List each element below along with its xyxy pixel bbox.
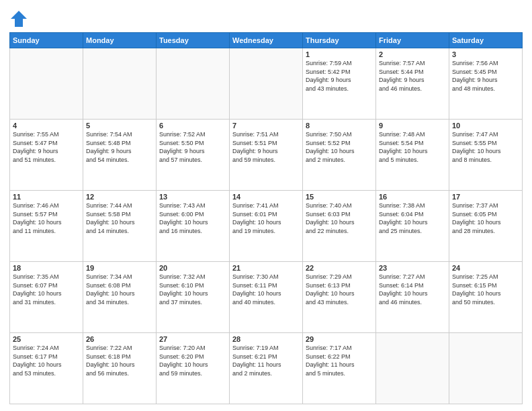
calendar-cell: 21Sunrise: 7:30 AM Sunset: 6:11 PM Dayli…	[230, 262, 303, 333]
day-number: 23	[379, 264, 446, 272]
calendar-week-row: 18Sunrise: 7:35 AM Sunset: 6:07 PM Dayli…	[10, 262, 523, 333]
day-number: 27	[159, 335, 226, 343]
calendar-cell: 27Sunrise: 7:20 AM Sunset: 6:20 PM Dayli…	[157, 333, 230, 404]
header-day: Saturday	[449, 33, 523, 48]
day-number: 19	[86, 264, 153, 272]
day-number: 16	[379, 193, 446, 201]
calendar-cell: 10Sunrise: 7:47 AM Sunset: 5:55 PM Dayli…	[449, 120, 523, 191]
day-info: Sunrise: 7:25 AM Sunset: 6:15 PM Dayligh…	[452, 273, 519, 306]
calendar-cell: 4Sunrise: 7:55 AM Sunset: 5:47 PM Daylig…	[10, 120, 83, 191]
day-number: 9	[379, 122, 446, 130]
day-info: Sunrise: 7:41 AM Sunset: 6:01 PM Dayligh…	[232, 201, 300, 235]
calendar-cell: 20Sunrise: 7:32 AM Sunset: 6:10 PM Dayli…	[157, 262, 230, 333]
calendar-cell: 24Sunrise: 7:25 AM Sunset: 6:15 PM Dayli…	[449, 262, 523, 333]
day-number: 2	[379, 50, 446, 58]
calendar-cell	[449, 333, 523, 404]
calendar-cell: 18Sunrise: 7:35 AM Sunset: 6:07 PM Dayli…	[10, 262, 83, 333]
day-number: 12	[86, 193, 153, 201]
calendar-cell: 26Sunrise: 7:22 AM Sunset: 6:18 PM Dayli…	[83, 333, 157, 404]
header-day: Thursday	[303, 33, 376, 48]
day-number: 29	[306, 335, 373, 343]
calendar-cell: 12Sunrise: 7:44 AM Sunset: 5:58 PM Dayli…	[83, 191, 157, 262]
calendar-cell: 9Sunrise: 7:48 AM Sunset: 5:54 PM Daylig…	[376, 120, 449, 191]
calendar-week-row: 1Sunrise: 7:59 AM Sunset: 5:42 PM Daylig…	[10, 48, 523, 120]
day-number: 17	[452, 193, 519, 201]
day-info: Sunrise: 7:54 AM Sunset: 5:48 PM Dayligh…	[86, 130, 153, 164]
day-info: Sunrise: 7:52 AM Sunset: 5:50 PM Dayligh…	[159, 130, 226, 164]
day-number: 6	[159, 122, 226, 130]
calendar-cell: 5Sunrise: 7:54 AM Sunset: 5:48 PM Daylig…	[83, 120, 157, 191]
calendar-cell: 15Sunrise: 7:40 AM Sunset: 6:03 PM Dayli…	[303, 191, 376, 262]
calendar-cell: 6Sunrise: 7:52 AM Sunset: 5:50 PM Daylig…	[157, 120, 230, 191]
calendar-cell	[376, 333, 449, 404]
calendar-cell: 2Sunrise: 7:57 AM Sunset: 5:44 PM Daylig…	[376, 48, 449, 120]
calendar-cell: 28Sunrise: 7:19 AM Sunset: 6:21 PM Dayli…	[230, 333, 303, 404]
day-info: Sunrise: 7:46 AM Sunset: 5:57 PM Dayligh…	[13, 201, 80, 235]
calendar-cell: 17Sunrise: 7:37 AM Sunset: 6:05 PM Dayli…	[449, 191, 523, 262]
day-number: 25	[13, 335, 80, 343]
calendar-cell: 23Sunrise: 7:27 AM Sunset: 6:14 PM Dayli…	[376, 262, 449, 333]
svg-marker-0	[11, 11, 27, 27]
calendar-table: SundayMondayTuesdayWednesdayThursdayFrid…	[9, 32, 523, 404]
header-day: Wednesday	[230, 33, 303, 48]
day-info: Sunrise: 7:17 AM Sunset: 6:22 PM Dayligh…	[306, 344, 373, 377]
day-info: Sunrise: 7:48 AM Sunset: 5:54 PM Dayligh…	[379, 130, 446, 164]
calendar-cell	[10, 48, 83, 120]
day-info: Sunrise: 7:43 AM Sunset: 6:00 PM Dayligh…	[159, 201, 226, 235]
header-day: Sunday	[10, 33, 83, 48]
calendar-cell: 25Sunrise: 7:24 AM Sunset: 6:17 PM Dayli…	[10, 333, 83, 404]
logo	[9, 9, 30, 28]
day-info: Sunrise: 7:32 AM Sunset: 6:10 PM Dayligh…	[159, 273, 226, 306]
day-info: Sunrise: 7:22 AM Sunset: 6:18 PM Dayligh…	[86, 344, 153, 377]
day-number: 5	[86, 122, 153, 130]
day-info: Sunrise: 7:47 AM Sunset: 5:55 PM Dayligh…	[452, 130, 519, 164]
calendar-body: 1Sunrise: 7:59 AM Sunset: 5:42 PM Daylig…	[10, 48, 523, 404]
day-info: Sunrise: 7:19 AM Sunset: 6:21 PM Dayligh…	[232, 344, 300, 377]
day-info: Sunrise: 7:55 AM Sunset: 5:47 PM Dayligh…	[13, 130, 80, 164]
header-day: Tuesday	[157, 33, 230, 48]
calendar-cell: 13Sunrise: 7:43 AM Sunset: 6:00 PM Dayli…	[157, 191, 230, 262]
calendar-week-row: 25Sunrise: 7:24 AM Sunset: 6:17 PM Dayli…	[10, 333, 523, 404]
header-day: Friday	[376, 33, 449, 48]
calendar-cell: 19Sunrise: 7:34 AM Sunset: 6:08 PM Dayli…	[83, 262, 157, 333]
day-info: Sunrise: 7:40 AM Sunset: 6:03 PM Dayligh…	[306, 201, 373, 235]
day-info: Sunrise: 7:27 AM Sunset: 6:14 PM Dayligh…	[379, 273, 446, 306]
calendar-cell: 22Sunrise: 7:29 AM Sunset: 6:13 PM Dayli…	[303, 262, 376, 333]
calendar-week-row: 4Sunrise: 7:55 AM Sunset: 5:47 PM Daylig…	[10, 120, 523, 191]
day-number: 3	[452, 50, 519, 58]
calendar-cell	[83, 48, 157, 120]
day-info: Sunrise: 7:35 AM Sunset: 6:07 PM Dayligh…	[13, 273, 80, 306]
day-number: 7	[232, 122, 300, 130]
logo-icon	[9, 9, 28, 28]
calendar-cell: 29Sunrise: 7:17 AM Sunset: 6:22 PM Dayli…	[303, 333, 376, 404]
day-number: 1	[306, 50, 373, 58]
calendar-cell: 8Sunrise: 7:50 AM Sunset: 5:52 PM Daylig…	[303, 120, 376, 191]
day-info: Sunrise: 7:59 AM Sunset: 5:42 PM Dayligh…	[306, 59, 373, 93]
day-info: Sunrise: 7:57 AM Sunset: 5:44 PM Dayligh…	[379, 59, 446, 93]
calendar-cell	[230, 48, 303, 120]
day-info: Sunrise: 7:30 AM Sunset: 6:11 PM Dayligh…	[232, 273, 300, 306]
calendar-cell: 16Sunrise: 7:38 AM Sunset: 6:04 PM Dayli…	[376, 191, 449, 262]
header-row: SundayMondayTuesdayWednesdayThursdayFrid…	[10, 33, 523, 48]
day-number: 14	[232, 193, 300, 201]
day-number: 11	[13, 193, 80, 201]
day-info: Sunrise: 7:38 AM Sunset: 6:04 PM Dayligh…	[379, 201, 446, 235]
header	[9, 7, 523, 28]
calendar-cell: 1Sunrise: 7:59 AM Sunset: 5:42 PM Daylig…	[303, 48, 376, 120]
day-number: 13	[159, 193, 226, 201]
day-info: Sunrise: 7:37 AM Sunset: 6:05 PM Dayligh…	[452, 201, 519, 235]
calendar-cell: 7Sunrise: 7:51 AM Sunset: 5:51 PM Daylig…	[230, 120, 303, 191]
page: SundayMondayTuesdayWednesdayThursdayFrid…	[0, 0, 532, 411]
header-day: Monday	[83, 33, 157, 48]
calendar-cell: 3Sunrise: 7:56 AM Sunset: 5:45 PM Daylig…	[449, 48, 523, 120]
day-number: 24	[452, 264, 519, 272]
calendar-header: SundayMondayTuesdayWednesdayThursdayFrid…	[10, 33, 523, 48]
day-number: 21	[232, 264, 300, 272]
calendar-cell: 14Sunrise: 7:41 AM Sunset: 6:01 PM Dayli…	[230, 191, 303, 262]
day-number: 18	[13, 264, 80, 272]
day-info: Sunrise: 7:50 AM Sunset: 5:52 PM Dayligh…	[306, 130, 373, 164]
day-info: Sunrise: 7:56 AM Sunset: 5:45 PM Dayligh…	[452, 59, 519, 93]
day-number: 10	[452, 122, 519, 130]
day-number: 26	[86, 335, 153, 343]
day-number: 20	[159, 264, 226, 272]
